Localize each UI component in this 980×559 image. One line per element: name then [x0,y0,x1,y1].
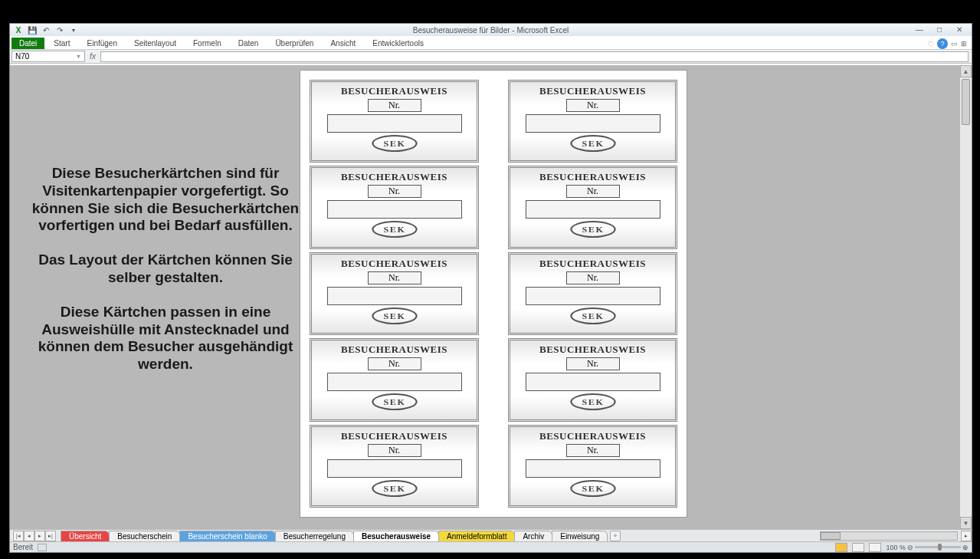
ribbon: Datei Start Einfügen Seitenlayout Formel… [10,36,972,50]
minimize-button[interactable]: — [910,24,929,35]
card-name-box[interactable] [327,373,462,391]
tab-nav-next-icon[interactable]: ▸ [34,531,45,541]
card-nr-box[interactable]: Nr. [368,444,421,457]
undo-icon[interactable]: ↶ [41,25,51,35]
ribbon-tab-data[interactable]: Daten [231,38,267,49]
card-nr-box[interactable]: Nr. [566,185,620,198]
card-name-box[interactable] [327,114,462,133]
card-stamp: SEK [570,135,615,152]
ribbon-options-icon[interactable]: ⊞ [961,40,967,48]
sheet-tab-bar: |◂ ◂ ▸ ▸| ÜbersichtBesucherscheinBesuche… [10,529,972,541]
window-title: Besucherausweise für Bilder - Microsoft … [413,26,569,35]
visitor-card: BESUCHERAUSWEIS Nr. SEK [508,338,677,421]
card-stamp: SEK [372,307,417,324]
ribbon-minimize-icon[interactable]: ▭ [951,40,958,48]
zoom-slider[interactable] [915,546,961,548]
horizontal-scrollbar[interactable] [820,531,958,541]
ribbon-tab-formulas[interactable]: Formeln [185,38,229,49]
ribbon-tab-layout[interactable]: Seitenlayout [126,38,184,49]
info-text: Diese Besucherkärtchen sind für Visitenk… [31,165,300,390]
scroll-up-icon[interactable]: ▲ [960,65,972,77]
worksheet-area[interactable]: ▲ ▼ Diese Besucherkärtchen sind für Visi… [10,65,972,529]
scroll-down-icon[interactable]: ▼ [960,517,972,529]
card-nr-box[interactable]: Nr. [566,271,620,284]
card-title: BESUCHERAUSWEIS [539,85,646,97]
tab-nav-first-icon[interactable]: |◂ [13,531,24,541]
card-name-box[interactable] [526,459,660,478]
sheet-tab[interactable]: Besucherschein [109,531,180,542]
sheet-tab[interactable]: Besucherschein blanko [179,531,275,542]
sheet-tab[interactable]: Anmeldeformblatt [438,531,515,542]
card-nr-box[interactable]: Nr. [566,357,620,370]
ribbon-tab-view[interactable]: Ansicht [323,38,363,49]
ribbon-tab-start[interactable]: Start [46,38,77,49]
zoom-in-icon[interactable]: ⊕ [962,544,969,551]
new-sheet-icon[interactable]: ✧ [610,531,621,541]
card-nr-box[interactable]: Nr. [566,444,620,457]
tab-nav-prev-icon[interactable]: ◂ [24,531,34,541]
vertical-scrollbar[interactable]: ▲ ▼ [959,65,972,529]
save-icon[interactable]: 💾 [27,25,38,35]
card-name-box[interactable] [327,287,462,305]
card-name-box[interactable] [526,114,660,133]
visitor-card: BESUCHERAUSWEIS Nr. SEK [508,425,677,508]
hscroll-right-icon[interactable]: ▸ [961,531,972,541]
card-name-box[interactable] [526,200,660,219]
visitor-card: BESUCHERAUSWEIS Nr. SEK [310,425,479,508]
quick-access-toolbar: X 💾 ↶ ↷ ▼ [10,25,79,35]
redo-icon[interactable]: ↷ [54,25,65,35]
ribbon-tab-review[interactable]: Überprüfen [267,38,321,49]
sheet-tab[interactable]: Besucherausweise [353,531,439,542]
visitor-card: BESUCHERAUSWEIS Nr. SEK [310,252,479,335]
zoom-out-icon[interactable]: ⊖ [907,544,913,551]
scroll-thumb[interactable] [962,79,970,125]
close-button[interactable]: ✕ [950,24,969,35]
formula-bar-row: N70▼ fx [10,50,972,64]
macro-record-icon[interactable] [38,544,47,551]
card-title: BESUCHERAUSWEIS [341,85,447,97]
card-name-box[interactable] [526,287,660,305]
card-nr-box[interactable]: Nr. [368,357,421,370]
card-nr-box[interactable]: Nr. [368,185,421,198]
card-stamp: SEK [372,480,417,497]
name-box-dropdown-icon[interactable]: ▼ [76,54,81,59]
card-name-box[interactable] [327,200,462,219]
card-nr-box[interactable]: Nr. [566,99,620,112]
view-pagebreak-icon[interactable] [869,543,881,552]
card-stamp: SEK [372,393,417,410]
ribbon-heart-icon[interactable]: ♡ [927,40,934,48]
maximize-button[interactable]: □ [930,24,949,35]
card-nr-box[interactable]: Nr. [368,271,421,284]
card-name-box[interactable] [327,459,462,478]
card-stamp: SEK [570,307,615,324]
card-nr-box[interactable]: Nr. [368,99,421,112]
visitor-card: BESUCHERAUSWEIS Nr. SEK [508,80,677,163]
sheet-tab[interactable]: Besucherregelung [275,531,354,542]
ribbon-tab-developer[interactable]: Entwicklertools [365,38,431,49]
fx-icon[interactable]: fx [85,52,100,61]
zoom-label: 100 % [886,544,906,551]
ribbon-tab-insert[interactable]: Einfügen [79,38,124,49]
card-stamp: SEK [372,135,417,152]
zoom-control[interactable]: 100 % ⊖ ⊕ [886,544,969,551]
sheet-tab[interactable]: Einweisung [552,531,608,542]
hscroll-thumb[interactable] [821,532,841,540]
formula-bar[interactable] [100,51,969,62]
sheet-tabs: ÜbersichtBesucherscheinBesucherschein bl… [61,530,607,542]
card-title: BESUCHERAUSWEIS [539,430,646,442]
card-name-box[interactable] [526,373,660,391]
visitor-card-sheet: BESUCHERAUSWEIS Nr. SEKBESUCHERAUSWEIS N… [300,70,687,518]
excel-icon: X [13,25,24,35]
view-normal-icon[interactable] [835,543,847,552]
view-layout-icon[interactable] [852,543,864,552]
sheet-tab[interactable]: Archiv [514,531,552,542]
status-ready: Bereit [13,543,33,551]
qat-dropdown-icon[interactable]: ▼ [68,25,79,35]
binder-holes [0,3,980,20]
help-icon[interactable]: ? [937,38,948,49]
file-tab[interactable]: Datei [11,38,44,49]
tab-nav-last-icon[interactable]: ▸| [45,531,56,541]
name-box[interactable]: N70▼ [11,51,85,62]
card-title: BESUCHERAUSWEIS [341,258,447,270]
sheet-tab[interactable]: Übersicht [61,531,110,542]
